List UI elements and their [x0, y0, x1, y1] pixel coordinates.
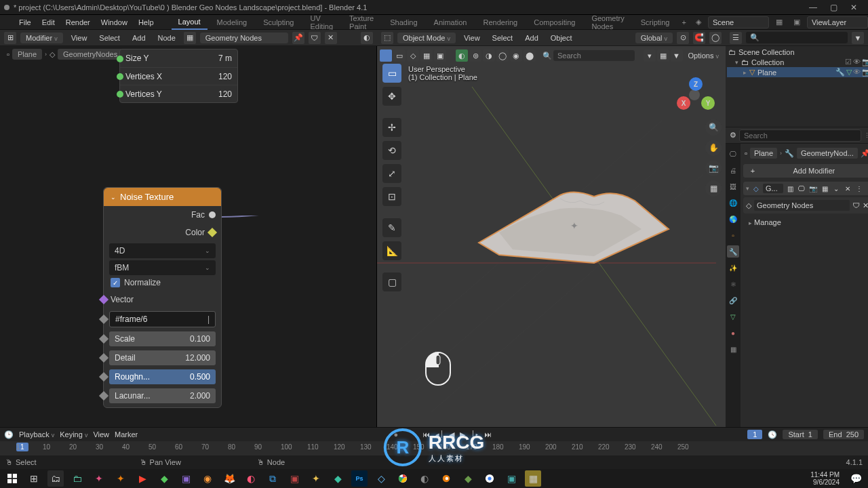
- tab-rendering[interactable]: Rendering: [476, 16, 524, 29]
- outliner-search[interactable]: 🔍: [746, 32, 848, 43]
- socket-fac-icon[interactable]: [209, 211, 216, 218]
- pin-icon[interactable]: 📌: [292, 32, 304, 44]
- collapse-icon[interactable]: ⌄: [111, 194, 116, 201]
- xray-icon[interactable]: ◑: [483, 49, 495, 62]
- timeline-type-icon[interactable]: 🕒: [4, 430, 14, 439]
- noise-out-color[interactable]: Color: [104, 224, 221, 241]
- start-button[interactable]: [4, 470, 20, 487]
- disclosure-icon[interactable]: ▾: [735, 59, 738, 66]
- chrome-icon[interactable]: [395, 470, 411, 487]
- autokey-icon[interactable]: ●: [393, 430, 398, 439]
- perspective-icon[interactable]: ▦: [705, 180, 722, 197]
- grid-size-y-row[interactable]: Size Y 7 m: [120, 49, 237, 67]
- blender-taskbar-icon[interactable]: [438, 470, 454, 487]
- app-icon-12[interactable]: ◇: [373, 470, 389, 487]
- tab-world[interactable]: 🌎: [727, 213, 739, 225]
- jump-start-icon[interactable]: ⏮: [422, 430, 430, 439]
- hide-icon[interactable]: 👁: [853, 68, 861, 77]
- viewport-search[interactable]: Search: [553, 50, 635, 61]
- camera-icon[interactable]: 📷: [705, 160, 722, 176]
- viewlayer-name-field[interactable]: ViewLayer: [807, 16, 868, 28]
- menu-window[interactable]: Window: [97, 17, 132, 28]
- transform-tool[interactable]: ⊡: [382, 187, 401, 206]
- tab-constraints[interactable]: 🔗: [727, 294, 739, 306]
- orientation-dropdown[interactable]: Global v: [635, 33, 673, 43]
- explorer-icon[interactable]: 🗂: [47, 470, 64, 487]
- overlay-toggle-icon[interactable]: ⊚: [469, 49, 481, 62]
- start-frame-field[interactable]: Start 1: [783, 430, 817, 439]
- app-icon-10[interactable]: ✦: [308, 470, 324, 487]
- app-icon-16[interactable]: ▦: [525, 470, 541, 487]
- funnel-icon[interactable]: ▼: [671, 49, 683, 62]
- editor-type-icon[interactable]: ⊞: [4, 32, 16, 44]
- menu-edit[interactable]: Edit: [38, 17, 59, 28]
- exclude-icon[interactable]: ☑: [845, 58, 852, 66]
- vscode-icon[interactable]: ⧉: [264, 470, 281, 487]
- noise-out-fac[interactable]: Fac: [104, 206, 221, 224]
- tab-anim[interactable]: Animation: [427, 16, 474, 29]
- toggle-render-icon[interactable]: 📷: [808, 184, 818, 193]
- vp-menu-object[interactable]: Object: [547, 33, 576, 43]
- cursor-tool[interactable]: ✥: [382, 87, 401, 106]
- options-dropdown[interactable]: Options v: [684, 50, 723, 61]
- hide-icon[interactable]: 👁: [853, 58, 861, 66]
- toggle-cage-icon[interactable]: ▦: [820, 184, 829, 193]
- timeline-ruler[interactable]: 1 11020304050607080901001101201301401501…: [0, 441, 868, 456]
- select-tool[interactable]: ▭: [382, 64, 401, 83]
- select-mode-2-icon[interactable]: ▭: [393, 49, 406, 62]
- disclosure-icon[interactable]: ▸: [743, 69, 747, 76]
- tab-output[interactable]: 🖨: [727, 164, 739, 176]
- app-icon-14[interactable]: ◆: [460, 470, 476, 487]
- mesh-data-icon[interactable]: ▽: [846, 68, 852, 77]
- scene-name-field[interactable]: Scene: [708, 16, 769, 28]
- filter-icon[interactable]: ▾: [644, 49, 656, 62]
- scene-icon[interactable]: ◈: [692, 16, 705, 28]
- socket-icon[interactable]: [117, 91, 123, 98]
- outliner-filter-icon[interactable]: ▼: [852, 32, 864, 44]
- shading-2-icon[interactable]: ◉: [510, 49, 522, 62]
- grid-verts-y-row[interactable]: Vertices Y 120: [120, 85, 237, 102]
- tab-modeling[interactable]: Modeling: [210, 16, 254, 29]
- keying-menu[interactable]: Keying v: [60, 430, 87, 439]
- app-icon-1[interactable]: 🗀: [69, 470, 85, 487]
- measure-tool[interactable]: 📐: [382, 241, 401, 260]
- pivot-icon[interactable]: ⊙: [677, 32, 689, 44]
- axis-z[interactable]: Z: [689, 77, 703, 91]
- app-icon-8[interactable]: ◐: [243, 470, 259, 487]
- tab-modifiers[interactable]: 🔧: [727, 245, 739, 258]
- tab-data[interactable]: ▽: [727, 310, 739, 323]
- props-type-icon[interactable]: ⚙: [730, 131, 736, 140]
- disable-icon[interactable]: 📷: [862, 58, 868, 66]
- extras-icon[interactable]: ⋮: [854, 184, 864, 193]
- pan-icon[interactable]: ✋: [705, 140, 722, 156]
- axis-x[interactable]: X: [677, 96, 690, 110]
- display-icon[interactable]: ▦: [657, 49, 669, 62]
- tab-scripting[interactable]: Scripting: [634, 16, 677, 29]
- nodegroup-datablock-row[interactable]: ◇ Geometry Nodes 🛡 ✕: [743, 197, 868, 214]
- toggle-editmode-icon[interactable]: ▥: [785, 184, 795, 193]
- select-mode-icon[interactable]: [380, 49, 392, 62]
- vp-menu-select[interactable]: Select: [488, 33, 517, 43]
- marker-menu[interactable]: Marker: [115, 430, 138, 439]
- mode-dropdown[interactable]: Object Mode v: [397, 33, 456, 43]
- vp-editor-type-icon[interactable]: ⬚: [381, 32, 393, 44]
- timeline-area[interactable]: 🕒 Playback v Keying v View Marker ● ⏮ ◂⏐…: [0, 427, 868, 455]
- tab-compositing[interactable]: Compositing: [527, 16, 582, 29]
- disclosure-icon[interactable]: ▾: [746, 185, 749, 192]
- terrain-mesh[interactable]: ✦: [458, 168, 675, 270]
- socket-lacunarity-icon[interactable]: [99, 391, 108, 401]
- close-button[interactable]: ✕: [844, 3, 864, 12]
- socket-scale-icon[interactable]: [99, 334, 108, 344]
- rotate-tool[interactable]: ⟲: [382, 141, 401, 160]
- app-icon-9[interactable]: ▣: [286, 470, 302, 487]
- noise-scale-input[interactable]: Scale0.100: [104, 329, 221, 348]
- shading-3-icon[interactable]: ⬤: [524, 49, 536, 62]
- node-menu-view[interactable]: View: [67, 33, 92, 43]
- noise-texture-node[interactable]: ⌄ Noise Texture Fac Color 4D⌄ fBM⌄ ✓ Nor…: [103, 187, 222, 408]
- mod-icon[interactable]: 🔧: [835, 68, 845, 77]
- noise-normalize-checkbox[interactable]: ✓ Normalize: [111, 278, 214, 287]
- geo-nodes-type-dropdown[interactable]: Modifier v: [20, 33, 63, 43]
- select-mode-3-icon[interactable]: ◇: [407, 49, 419, 62]
- outliner[interactable]: 🗀 Scene Collection ▾ 🗀 Collection ☑👁📷 ▸ …: [726, 46, 868, 127]
- app-icon-11[interactable]: ◆: [330, 470, 346, 487]
